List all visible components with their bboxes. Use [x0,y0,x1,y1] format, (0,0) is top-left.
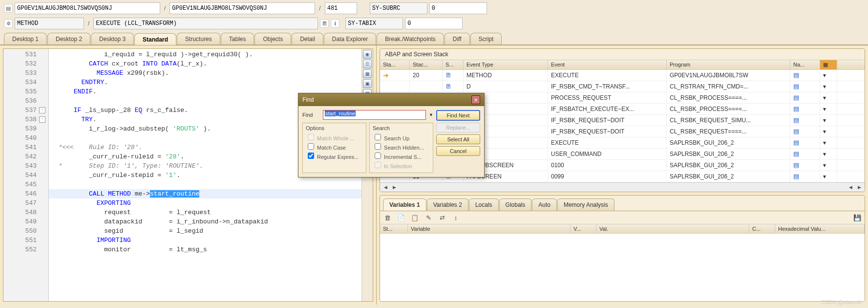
gear-icon[interactable]: ✲ [4,19,13,28]
sy-tabix-label: SY-TABIX [345,18,403,29]
method-name: EXECUTE (LCL_TRANSFORM) [93,18,318,29]
opt-regex[interactable]: Regular Expres... [306,151,363,160]
sort-icon[interactable]: ↕ [451,213,460,222]
method-label: METHOD [15,18,84,29]
replace-button: Replace... [436,123,480,132]
edit-icon[interactable]: ✎ [424,213,433,222]
program-field-2[interactable]: GP0EV1NLAUGJBMO8L7SWOVQS0NJ [169,2,315,14]
save-icon[interactable]: 📋 [410,213,419,222]
table-row[interactable]: 🖹DIF_RSBK_CMD_T~TRANSF...CL_RSTRAN_TRFN_… [380,81,865,92]
tab-structures[interactable]: Structures [177,33,220,44]
opt-search-up[interactable]: Search Up [373,132,430,142]
code-gutter: 531532533534535536537-538-53954054154254… [3,49,49,301]
abap-source-icon: ▤ [4,4,13,13]
tab-detail[interactable]: Detail [292,33,323,44]
vtab-globals[interactable]: Globals [499,198,532,211]
tab-break-watchpoints[interactable]: Break./Watchpoints [377,33,444,44]
tab-objects[interactable]: Objects [254,33,291,44]
variable-tabs: Variables 1Variables 2LocalsGlobalsAutoM… [383,198,862,211]
opt-search-hidden[interactable]: Search Hidden... [373,142,430,151]
separator: / [319,5,320,12]
tool-icon[interactable]: ▣ [363,79,372,88]
close-icon[interactable]: ✕ [471,95,480,104]
bookmark-icon[interactable]: ☰ [363,60,372,68]
tab-standard[interactable]: Standard [134,33,176,45]
line-field[interactable]: 481 [325,2,357,14]
exchange-icon[interactable]: ⇄ [438,213,446,222]
options-title: Options [306,125,363,131]
sy-tabix-value: 0 [405,18,463,29]
sy-subrc-label: SY-SUBRC [370,2,427,14]
insert-icon[interactable]: 📄 [397,213,405,222]
scroll-right-icon[interactable]: ▶ [856,184,863,191]
vtab-auto[interactable]: Auto [532,198,557,211]
scroll-right-icon[interactable]: ▶ [391,184,398,191]
opt-in-selection[interactable]: In Selection [373,160,430,170]
vtab-memory-analysis[interactable]: Memory Analysis [557,198,614,211]
delete-icon[interactable]: 🗑 [383,213,392,222]
stack-header-row: Sta...Stac...S...Event TypeEventProgramN… [380,60,865,70]
find-label: Find [302,112,320,118]
opt-match-case[interactable]: Match Case [306,142,363,151]
find-input[interactable]: start_routine [323,110,426,120]
disk-icon[interactable]: 💾 [853,213,862,222]
variables-table[interactable] [380,234,865,301]
tool-icon[interactable]: ▦ [363,69,372,78]
tab-desktop-2[interactable]: Desktop 2 [47,33,90,44]
sy-subrc-value: 0 [429,2,487,14]
breakpoint-icon[interactable]: ◉ [363,50,372,59]
find-dialog-title: Find [302,96,314,103]
tab-desktop-1[interactable]: Desktop 1 [4,33,47,44]
desktop-tabs: Desktop 1Desktop 2Desktop 3StandardStruc… [0,32,868,45]
opt-match-whole[interactable]: Match Whole ... [306,132,363,142]
tab-data-explorer[interactable]: Data Explorer [324,33,376,44]
tab-desktop-3[interactable]: Desktop 3 [91,33,134,44]
tab-script[interactable]: Script [470,33,502,44]
tab-tables[interactable]: Tables [221,33,254,44]
scroll-left-icon[interactable]: ◀ [847,184,854,191]
vtab-variables-2[interactable]: Variables 2 [427,198,468,211]
vtab-variables-1[interactable]: Variables 1 [383,198,426,211]
variables-header-row: St...VariableV...Val.C...Hexadecimal Val… [380,224,865,234]
program-field-1[interactable]: GP0EV1NLAUGJBMO8L7SWOVQS0NJ [15,2,160,14]
separator: / [164,5,166,12]
opt-incremental[interactable]: Incremental S... [373,151,430,160]
stack-panel-title: ABAP and Screen Stack [380,49,865,60]
scroll-left-icon[interactable]: ◀ [382,184,389,191]
tab-diff[interactable]: Diff [445,33,470,44]
find-dialog: Find ✕ Find start_routine ▼ Options Matc… [298,93,485,177]
cancel-button[interactable]: Cancel [436,146,480,156]
search-title: Search [373,125,430,131]
table-row[interactable]: ➔20🖹METHODEXECUTEGP0EV1NLAUGJBMO8L7SW▤▾ [380,70,865,81]
separator: / [88,20,89,27]
variables-toolbar: 🗑 📄 📋 ✎ ⇄ ↕ 💾 [380,211,865,224]
find-next-button[interactable]: Find Next [436,110,480,121]
vtab-locals[interactable]: Locals [469,198,499,211]
info-icon[interactable]: i [331,19,339,28]
dropdown-icon[interactable]: ▼ [429,112,433,117]
select-all-button[interactable]: Select All [436,134,480,144]
display-icon[interactable]: 🖹 [320,19,329,28]
